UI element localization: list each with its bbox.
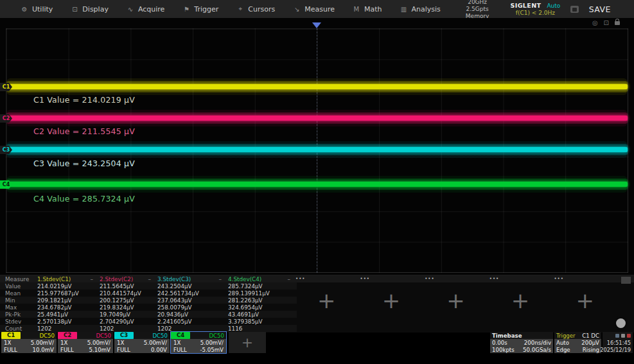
touch-lock-icon[interactable] xyxy=(615,21,620,25)
menu-label: Display xyxy=(82,5,109,13)
measure-collapse-button[interactable]: – xyxy=(148,276,152,282)
add-measurement-button[interactable]: + xyxy=(446,291,465,310)
measure-col4-header: 4.Stdev(C4) – xyxy=(228,276,297,282)
measure-pkpk-row: Pk-Pk 25.4941μV 19.7049μV 20.9436μV 43.4… xyxy=(0,311,297,318)
menu-item-cursors[interactable]: ⌖ Cursors xyxy=(233,5,289,13)
slot-options-button[interactable]: ••• xyxy=(554,276,563,281)
acquisition-info[interactable]: 20GHz 2.5Gpts Memory xyxy=(455,0,500,20)
menu-item-measure[interactable]: ↘ Measure xyxy=(289,5,349,13)
trigger-type: Edge xyxy=(556,347,570,353)
channel-marker-label: C4 xyxy=(3,182,10,187)
trigger-box[interactable]: TriggerC1 DC Auto200μV EdgeRising xyxy=(554,332,601,353)
add-measurement-button[interactable]: + xyxy=(317,291,336,310)
acquire-wave-icon: ∿ xyxy=(127,6,134,13)
trigger-mode: Auto xyxy=(556,340,569,346)
menu-label: Math xyxy=(364,5,382,13)
usb-icon xyxy=(621,334,625,338)
measure-collapse-button[interactable]: – xyxy=(91,276,94,282)
c1-value-annotation: C1 Value = 214.0219 μV xyxy=(33,95,135,105)
add-measurement-button[interactable]: + xyxy=(511,291,530,310)
c2-value-annotation: C2 Value = 211.5545 μV xyxy=(33,126,135,136)
menu-label: Cursors xyxy=(248,5,275,13)
trigger-source: C1 DC xyxy=(582,333,599,339)
measure-table: Measure 1.Stdev(C1) – 2.Stdev(C2) – 3.St… xyxy=(0,275,297,332)
measure-stdev-row: Stdev 2.570138μV 2.704290μV 2.241605μV 3… xyxy=(0,318,297,325)
slot-options-button[interactable]: ••• xyxy=(360,276,370,281)
slot-options-button[interactable]: ••• xyxy=(425,276,434,281)
timebase-points: 100kpts xyxy=(492,347,515,353)
trigger-slope: Rising xyxy=(583,347,599,353)
menu-item-utility[interactable]: ⚙ Utility xyxy=(17,5,67,13)
channel-box-c3[interactable]: C3 DC50 1X5.00mV/ FULL0.00V xyxy=(114,332,170,353)
channel-tag-c3: C3 xyxy=(114,332,134,339)
measure-slot-6: ••• + xyxy=(359,275,424,330)
trigger-position-indicator[interactable] xyxy=(312,22,321,28)
coupling-readout: DC50 xyxy=(96,333,113,339)
menu-item-math[interactable]: M Math xyxy=(349,5,396,13)
acq-mode-badge: Auto xyxy=(547,3,560,10)
trigger-level: 200μV xyxy=(581,340,599,346)
add-measurement-button[interactable]: + xyxy=(576,291,594,310)
status-cluster: 20GHz 2.5Gpts Memory SIGLENT Auto f(C1) … xyxy=(455,0,634,20)
measure-min-row: Min 209.1821μV 200.1275μV 237.0643μV 281… xyxy=(0,297,297,304)
measure-collapse-button[interactable]: – xyxy=(288,276,291,282)
coupling-readout: DC50 xyxy=(39,333,57,339)
menu-item-analysis[interactable]: ▥ Analysis xyxy=(396,5,454,13)
trace-c2[interactable] xyxy=(6,116,628,121)
trigger-flag-icon: ⚑ xyxy=(182,6,190,13)
timebase-box[interactable]: Timebase 0.00s200ns/div 100kpts50.0GSa/s xyxy=(490,332,553,353)
coupling-readout: DC50 xyxy=(209,333,226,339)
timebase-label: Timebase xyxy=(492,333,522,339)
measure-count-row: Count 1202 1202 1202 1116 xyxy=(0,325,297,332)
screenshot-icon[interactable]: ◎ xyxy=(592,20,598,26)
save-button[interactable]: SAVE xyxy=(589,4,611,14)
channel-marker-label: C2 xyxy=(3,116,10,121)
menu-label: Measure xyxy=(304,5,335,13)
analysis-icon: ▥ xyxy=(400,6,407,13)
measure-col2-header: 2.Stdev(C2) – xyxy=(100,276,157,282)
waveform-display[interactable]: ◎ ⊡ C1 C1 Value = 214.0219 μV C2 C2 Valu… xyxy=(0,18,634,275)
channel-box-c4[interactable]: C4 DC50 1X5.00mV/ FULL-5.05mV xyxy=(171,332,226,353)
channel-box-c2[interactable]: C2 DC50 1X5.00mV/ FULL5.10mV xyxy=(58,332,113,353)
add-channel-button[interactable]: + xyxy=(229,332,266,353)
print-icon[interactable] xyxy=(570,6,578,13)
lock-icon xyxy=(627,334,631,338)
channel-box-c1[interactable]: C1 DC50 1X5.00mV/ FULL10.0mV xyxy=(1,332,57,353)
fullscreen-icon[interactable]: ⊡ xyxy=(604,20,609,26)
menu-item-display[interactable]: ⊡ Display xyxy=(67,5,123,13)
c3-value-annotation: C3 Value = 243.2504 μV xyxy=(33,159,135,168)
trace-c4[interactable] xyxy=(6,182,628,187)
c4-value-annotation: C4 Value = 285.7324 μV xyxy=(33,194,135,204)
slot-options-button[interactable]: ••• xyxy=(489,276,499,281)
channel-tag-c2: C2 xyxy=(58,332,77,339)
sample-rate: 50.0GSa/s xyxy=(523,347,551,353)
measure-slot-7: ••• + xyxy=(423,275,488,330)
menu-label: Acquire xyxy=(138,5,164,13)
menu-label: Analysis xyxy=(411,5,440,13)
gear-icon: ⚙ xyxy=(21,6,28,13)
timebase-scale: 200ns/div xyxy=(524,340,551,346)
measure-collapse-button[interactable]: – xyxy=(219,276,222,282)
clock-time: 16:51:45 xyxy=(607,340,631,346)
measure-max-row: Max 234.6782μV 219.8324μV 258.0079μV 324… xyxy=(0,304,297,311)
measure-panel-more-button[interactable] xyxy=(616,318,626,328)
trace-c3[interactable] xyxy=(6,147,628,152)
add-measurement-button[interactable]: + xyxy=(382,291,401,310)
oscilloscope-app: ⚙ Utility ⊡ Display ∿ Acquire ⚑ Trigger … xyxy=(0,0,634,364)
menu-item-trigger[interactable]: ⚑ Trigger xyxy=(179,5,233,13)
measure-slot-8: ••• + xyxy=(488,275,553,330)
slot-options-button[interactable]: ••• xyxy=(295,276,305,281)
main-menu: ⚙ Utility ⊡ Display ∿ Acquire ⚑ Trigger … xyxy=(0,5,455,13)
frequency-counter: f(C1) < 2.0Hz xyxy=(510,10,560,17)
menu-item-acquire[interactable]: ∿ Acquire xyxy=(123,5,179,13)
measure-col3-header: 3.Stdev(C3) – xyxy=(157,276,228,282)
trigger-label: Trigger xyxy=(556,333,576,339)
measure-panel-expand-button[interactable] xyxy=(621,277,631,284)
channel-tag-c1: C1 xyxy=(1,332,21,339)
measure-empty-slots: ••• + ••• + ••• + ••• + ••• + xyxy=(294,275,617,330)
measure-slot-5: ••• + xyxy=(294,275,359,330)
bottom-status-bar: C1 DC50 1X5.00mV/ FULL10.0mV C2 DC50 1X5… xyxy=(0,332,634,353)
trace-c1[interactable] xyxy=(6,84,628,89)
measure-value-row: Value 214.0219μV 211.5645μV 243.2504μV 2… xyxy=(0,282,297,290)
brand-block: SIGLENT Auto f(C1) < 2.0Hz xyxy=(510,2,560,17)
